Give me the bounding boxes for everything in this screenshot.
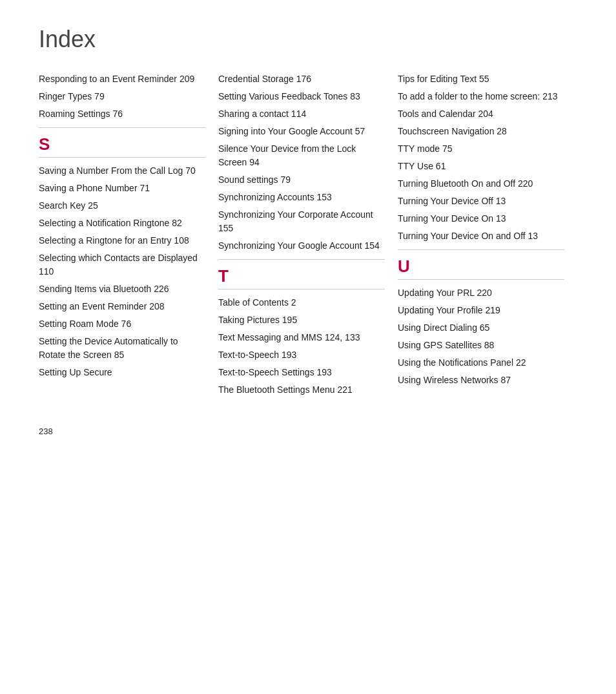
index-col-col1: Responding to an Event Reminder 209Ringe… bbox=[39, 72, 218, 383]
index-entry: Turning Your Device Off 13 bbox=[398, 195, 564, 208]
index-entry: Roaming Settings 76 bbox=[39, 107, 205, 121]
index-col-col3: Tips for Editing Text 55To add a folder … bbox=[398, 72, 577, 391]
index-entry: Turning Your Device On 13 bbox=[398, 212, 564, 226]
index-entry: Touchscreen Navigation 28 bbox=[398, 125, 564, 138]
index-entry: Using Wireless Networks 87 bbox=[398, 373, 564, 387]
index-entry: Updating Your Profile 219 bbox=[398, 304, 564, 317]
index-entry: Updating Your PRL 220 bbox=[398, 286, 564, 300]
index-entry: Silence Your Device from the Lock Screen… bbox=[218, 142, 385, 169]
index-entry: Using Direct Dialing 65 bbox=[398, 321, 564, 335]
page-number: 238 bbox=[39, 426, 577, 436]
index-entry: Using GPS Satellites 88 bbox=[398, 339, 564, 352]
section-letter: U bbox=[398, 257, 564, 277]
index-entry: TTY Use 61 bbox=[398, 160, 564, 173]
index-entry: Tips for Editing Text 55 bbox=[398, 72, 564, 86]
index-entry: The Bluetooth Settings Menu 221 bbox=[218, 383, 385, 397]
index-entry: Setting Roam Mode 76 bbox=[39, 317, 205, 331]
section-divider bbox=[39, 127, 205, 128]
index-entry: Search Key 25 bbox=[39, 199, 205, 213]
index-columns: Responding to an Event Reminder 209Ringe… bbox=[39, 72, 577, 401]
index-entry: Signing into Your Google Account 57 bbox=[218, 125, 385, 138]
index-entry: Tools and Calendar 204 bbox=[398, 107, 564, 121]
section-divider bbox=[398, 249, 564, 250]
index-entry: Selecting a Ringtone for an Entry 108 bbox=[39, 234, 205, 247]
index-entry: Text Messaging and MMS 124, 133 bbox=[218, 331, 385, 344]
index-entry: Taking Pictures 195 bbox=[218, 313, 385, 327]
section-divider bbox=[218, 259, 385, 260]
index-col-col2: Credential Storage 176Setting Various Fe… bbox=[218, 72, 398, 401]
index-entry: Credential Storage 176 bbox=[218, 72, 385, 86]
index-entry: To add a folder to the home screen: 213 bbox=[398, 90, 564, 103]
index-entry: Text-to-Speech 193 bbox=[218, 348, 385, 362]
index-entry: Saving a Phone Number 71 bbox=[39, 182, 205, 195]
index-entry: Setting Up Secure bbox=[39, 366, 205, 379]
index-entry: Selecting which Contacts are Displayed 1… bbox=[39, 251, 205, 279]
index-entry: Sharing a contact 114 bbox=[218, 107, 385, 121]
page-title: Index bbox=[39, 26, 577, 53]
index-entry: Sending Items via Bluetooth 226 bbox=[39, 282, 205, 296]
index-entry: Table of Contents 2 bbox=[218, 296, 385, 310]
index-entry: Setting the Device Automatically to Rota… bbox=[39, 335, 205, 362]
section-divider-under-letter bbox=[218, 289, 385, 289]
index-entry: Turning Your Device On and Off 13 bbox=[398, 229, 564, 243]
index-entry: Selecting a Notification Ringtone 82 bbox=[39, 216, 205, 230]
index-entry: Saving a Number From the Call Log 70 bbox=[39, 164, 205, 178]
index-entry: Synchronizing Accounts 153 bbox=[218, 191, 385, 204]
index-entry: Setting Various Feedback Tones 83 bbox=[218, 90, 385, 103]
section-divider-under-letter bbox=[39, 157, 205, 158]
index-entry: Ringer Types 79 bbox=[39, 90, 205, 103]
index-entry: Responding to an Event Reminder 209 bbox=[39, 72, 205, 86]
section-divider-under-letter bbox=[398, 279, 564, 280]
section-letter: T bbox=[218, 266, 385, 286]
index-entry: Sound settings 79 bbox=[218, 173, 385, 187]
index-entry: Setting an Event Reminder 208 bbox=[39, 300, 205, 313]
index-entry: TTY mode 75 bbox=[398, 142, 564, 156]
index-entry: Using the Notifications Panel 22 bbox=[398, 356, 564, 370]
index-entry: Turning Bluetooth On and Off 220 bbox=[398, 177, 564, 191]
index-entry: Text-to-Speech Settings 193 bbox=[218, 366, 385, 379]
index-entry: Synchronizing Your Corporate Account 155 bbox=[218, 208, 385, 235]
index-entry: Synchronizing Your Google Account 154 bbox=[218, 239, 385, 253]
section-letter: S bbox=[39, 134, 205, 154]
